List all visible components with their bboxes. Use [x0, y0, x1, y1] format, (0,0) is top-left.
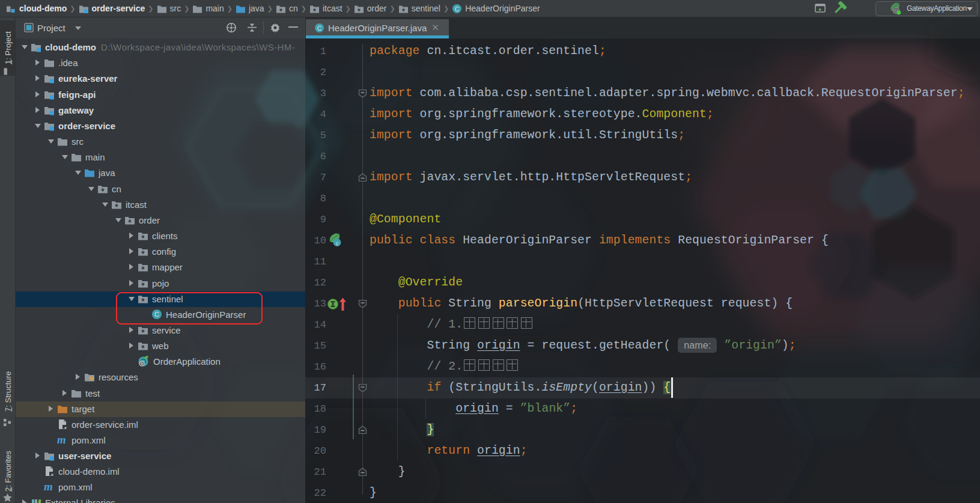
svg-text:C: C	[455, 5, 460, 12]
svg-text:c: c	[336, 240, 339, 246]
svg-text:C: C	[317, 24, 322, 31]
